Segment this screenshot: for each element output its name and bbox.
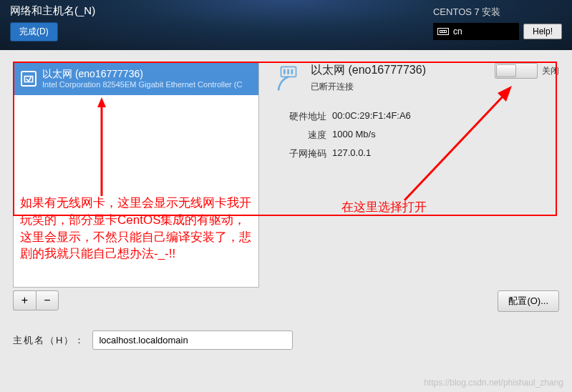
toggle-label: 关闭 [542,65,559,77]
network-item[interactable]: 以太网 (eno16777736) Intel Corporation 8254… [14,62,258,95]
keyboard-icon [437,28,449,35]
network-sub: Intel Corporation 82545EM Gigabit Ethern… [42,80,242,89]
speed-label: 速度 [273,129,326,142]
connection-toggle[interactable] [495,63,538,79]
toggle-knob [496,64,516,77]
keyboard-indicator[interactable]: cn [433,23,519,40]
done-button[interactable]: 完成(D) [10,22,58,41]
hostname-label: 主机名（H）： [13,334,85,347]
svg-rect-3 [291,69,294,74]
watermark: https://blog.csdn.net/phishaul_zhang [424,378,563,388]
hostname-input[interactable] [92,330,293,350]
keyboard-layout: cn [453,26,462,36]
add-button[interactable]: + [13,290,36,310]
help-button[interactable]: Help! [523,24,562,39]
detail-status: 已断开连接 [311,81,426,93]
svg-rect-1 [283,69,286,74]
network-name: 以太网 (eno16777736) [42,68,242,80]
mask-value: 127.0.0.1 [332,147,371,160]
detail-title: 以太网 (eno16777736) [311,63,426,78]
install-label: CENTOS 7 安装 [433,6,562,19]
speed-value: 1000 Mb/s [332,129,376,142]
hw-label: 硬件地址 [273,110,326,123]
configure-button[interactable]: 配置(O)... [498,290,559,312]
network-list[interactable]: 以太网 (eno16777736) Intel Corporation 8254… [13,62,259,288]
svg-rect-2 [287,69,289,74]
rj45-icon [273,63,304,93]
hw-value: 00:0C:29:F1:4F:A6 [332,110,411,123]
ethernet-icon [21,71,37,87]
remove-button[interactable]: − [36,290,59,310]
mask-label: 子网掩码 [273,147,326,160]
